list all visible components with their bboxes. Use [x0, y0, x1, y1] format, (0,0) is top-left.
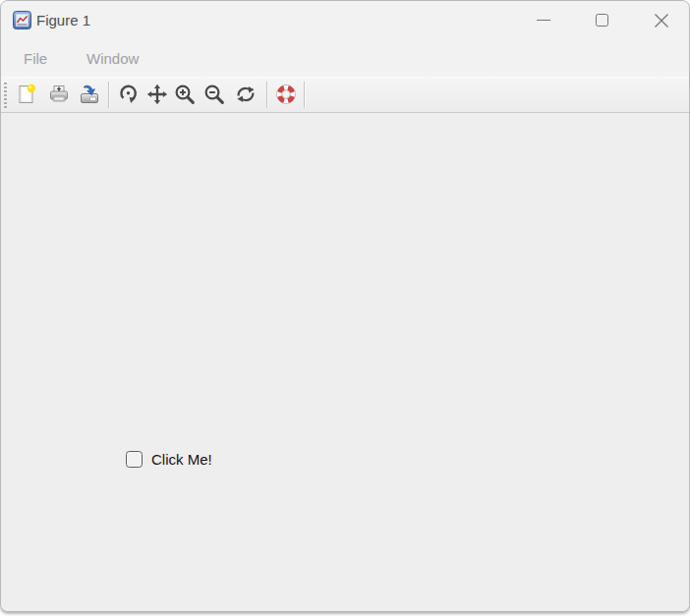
figure-plot-icon: [13, 11, 31, 29]
figure-window: Figure 1 File Window: [0, 0, 690, 612]
toolbar-separator: [266, 82, 268, 108]
figure-canvas: Click Me!: [1, 113, 689, 611]
checkbox-box[interactable]: [126, 451, 143, 468]
menu-file[interactable]: File: [22, 40, 49, 77]
maximize-button[interactable]: [573, 1, 632, 40]
rotate-3d-button[interactable]: [116, 82, 142, 107]
close-button[interactable]: [632, 1, 690, 40]
close-icon: [654, 13, 669, 32]
titlebar[interactable]: Figure 1: [1, 1, 689, 40]
minimize-icon: [537, 20, 550, 21]
help-button[interactable]: [273, 82, 299, 107]
zoom-out-button[interactable]: [201, 82, 227, 107]
window-title: Figure 1: [36, 1, 90, 40]
menu-window[interactable]: Window: [85, 40, 141, 77]
maximize-icon: [596, 14, 608, 27]
save-button[interactable]: [77, 82, 102, 107]
toolbar-grip-handle[interactable]: [4, 83, 7, 108]
print-button[interactable]: [46, 82, 72, 107]
click-me-checkbox[interactable]: Click Me!: [126, 451, 212, 468]
refresh-button[interactable]: [233, 82, 259, 107]
zoom-in-button[interactable]: [172, 82, 198, 107]
minimize-button[interactable]: [514, 1, 573, 40]
checkbox-label: Click Me!: [151, 451, 212, 468]
toolbar-separator: [304, 82, 306, 108]
menubar: File Window: [1, 40, 689, 78]
toolbar-separator: [108, 82, 110, 108]
pan-button[interactable]: [144, 82, 170, 107]
new-figure-button[interactable]: [14, 82, 39, 107]
toolbar: [1, 78, 689, 113]
